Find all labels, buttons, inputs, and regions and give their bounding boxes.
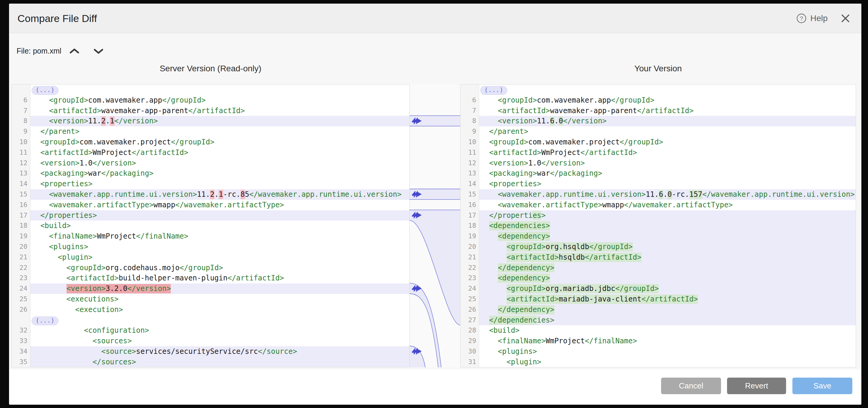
code-line: 15 <wavemaker.app.runtime.ui.version>11.… [461, 189, 856, 200]
line-number: 12 [12, 158, 30, 169]
line-number: 7 [12, 106, 30, 116]
code-text: </parent> [30, 126, 409, 137]
code-text: <build> [479, 325, 856, 336]
code-text: <artifactId>mariadb-java-client</artifac… [479, 294, 856, 305]
line-number: 13 [12, 168, 30, 179]
line-number: 25 [461, 294, 479, 305]
code-line: 14 <properties> [12, 179, 409, 189]
line-number: 17 [461, 210, 479, 221]
line-number: 6 [461, 95, 479, 106]
code-line: 13 <packaging>war</packaging> [461, 168, 856, 179]
help-button[interactable]: ? Help [796, 13, 828, 24]
code-line: 18 <dependencies> [461, 220, 856, 231]
code-line: 25 <artifactId>mariadb-java-client</arti… [461, 294, 856, 305]
code-text: <dependency> [479, 273, 856, 283]
line-number: 13 [461, 168, 479, 179]
code-line: 18 <build> [12, 220, 409, 231]
code-line: 6 <groupId>com.wavemaker.app</groupId> [12, 95, 409, 106]
code-text: </dependency> [479, 305, 856, 315]
code-line: 10 <groupId>com.wavemaker.project</group… [12, 137, 409, 147]
collapsed-region-pill[interactable]: (...) [32, 86, 58, 95]
code-text: <finalName>WmProject</finalName> [479, 336, 856, 346]
server-version-pane[interactable]: (...)6 <groupId>com.wavemaker.app</group… [11, 84, 410, 367]
your-code-rows: (...)6 <groupId>com.wavemaker.app</group… [461, 84, 856, 367]
line-number: 9 [461, 126, 479, 137]
code-text: <dependencies> [479, 220, 856, 231]
code-line: 33 <sources> [12, 336, 409, 346]
save-button[interactable]: Save [793, 378, 852, 394]
code-text: <finalName>WmProject</finalName> [30, 231, 409, 242]
code-text: <plugins> [479, 346, 856, 357]
code-line: 11 <artifactId>WmProject</artifactId> [461, 147, 856, 158]
code-text: <wavemaker.artifactType>wmapp</wavemaker… [30, 200, 409, 210]
code-text: <source>services/securityService/src</so… [30, 346, 409, 357]
line-number: 22 [461, 263, 479, 273]
code-text: <artifactId>build-helper-maven-plugin</a… [30, 273, 409, 283]
code-line: 26 <execution> [12, 305, 409, 315]
code-line: 26 </dependency> [461, 305, 856, 315]
code-line: 14 <properties> [461, 179, 856, 189]
code-text: <groupId>com.wavemaker.project</groupId> [479, 137, 856, 147]
line-number: 22 [12, 263, 30, 273]
code-line: 15 <wavemaker.app.runtime.ui.version>11.… [12, 189, 409, 200]
code-line: 9 </parent> [12, 126, 409, 137]
code-line: 16 <wavemaker.artifactType>wmapp</wavema… [461, 200, 856, 210]
code-line: 8 <version>11.2.1</version> [12, 116, 409, 126]
line-number: 24 [12, 283, 30, 294]
code-text: <artifactId>hsqldb</artifactId> [479, 252, 856, 263]
collapsed-region-pill[interactable]: (...) [480, 86, 507, 95]
line-number: 8 [461, 116, 479, 126]
code-text: </sources> [30, 357, 409, 367]
next-diff-button[interactable] [93, 48, 103, 55]
code-text: <version>3.2.0</version> [30, 283, 409, 294]
code-line: (...) [12, 315, 409, 326]
line-number: 34 [12, 346, 30, 357]
code-text: <version>11.2.1</version> [30, 116, 409, 126]
code-text: <artifactId>wavemaker-app-parent</artifa… [479, 106, 856, 116]
file-name-label: File: pom.xml [17, 47, 61, 55]
code-line: 20 <plugins> [12, 242, 409, 252]
code-text: </properties> [30, 210, 409, 221]
cancel-button[interactable]: Cancel [661, 378, 721, 394]
line-number: 15 [461, 189, 479, 200]
code-line: 24 <version>3.2.0</version> [12, 283, 409, 294]
revert-button[interactable]: Revert [727, 378, 786, 394]
line-number [12, 315, 30, 326]
line-number: 6 [12, 95, 30, 106]
code-line: 34 <source>services/securityService/src<… [12, 346, 409, 357]
code-text: <artifactId>wavemaker-app-parent</artifa… [30, 106, 409, 116]
server-code-rows: (...)6 <groupId>com.wavemaker.app</group… [12, 84, 409, 367]
line-number: 20 [461, 242, 479, 252]
line-number: 27 [461, 315, 479, 326]
line-number: 32 [12, 325, 30, 336]
code-text: <groupId>org.codehaus.mojo</groupId> [30, 263, 409, 273]
line-number: 28 [461, 325, 479, 336]
line-number: 33 [12, 336, 30, 346]
line-number: 12 [461, 158, 479, 169]
your-version-pane[interactable]: (...)6 <groupId>com.wavemaker.app</group… [460, 84, 856, 367]
code-line: 9 </parent> [461, 126, 856, 137]
code-line: 7 <artifactId>wavemaker-app-parent</arti… [12, 106, 409, 116]
code-line: 16 <wavemaker.artifactType>wmapp</wavema… [12, 200, 409, 210]
code-text: <wavemaker.app.runtime.ui.version>11.6.0… [479, 189, 856, 200]
previous-diff-button[interactable] [69, 48, 80, 55]
line-number: 19 [12, 231, 30, 242]
close-icon[interactable] [841, 14, 850, 23]
line-number: 17 [12, 210, 30, 221]
collapsed-region-pill[interactable]: (...) [32, 316, 58, 325]
help-icon: ? [796, 13, 807, 24]
svg-text:?: ? [800, 15, 803, 22]
line-number: 35 [12, 357, 30, 367]
code-text: <groupId>com.wavemaker.project</groupId> [30, 137, 409, 147]
code-line: 32 <configuration> [12, 325, 409, 336]
code-line: 23 <dependency> [461, 273, 856, 283]
line-number: 7 [461, 106, 479, 116]
code-text: <artifactId>WmProject</artifactId> [479, 147, 856, 158]
code-line: 28 <build> [461, 325, 856, 336]
code-text: <build> [30, 220, 409, 231]
line-number: 30 [461, 346, 479, 357]
code-text: <version>11.6.0</version> [479, 116, 856, 126]
line-number: 18 [12, 220, 30, 231]
code-text: </dependency> [479, 263, 856, 273]
code-line: 22 </dependency> [461, 263, 856, 273]
